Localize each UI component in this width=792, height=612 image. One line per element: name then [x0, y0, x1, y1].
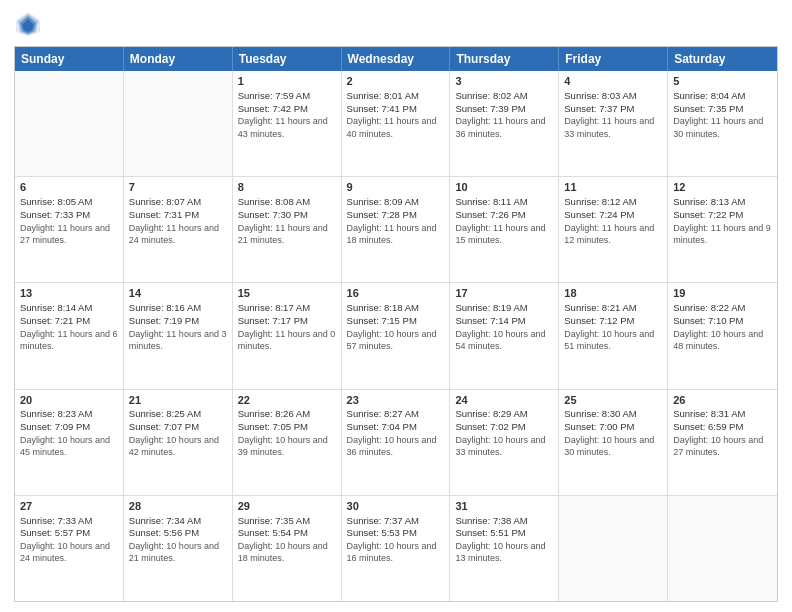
- daylight-text: Daylight: 11 hours and 24 minutes.: [129, 222, 227, 246]
- day-number: 9: [347, 180, 445, 195]
- sunset-text: Sunset: 7:17 PM: [238, 315, 336, 328]
- sunset-text: Sunset: 7:33 PM: [20, 209, 118, 222]
- day-number: 22: [238, 393, 336, 408]
- day-number: 29: [238, 499, 336, 514]
- calendar-cell: 19Sunrise: 8:22 AMSunset: 7:10 PMDayligh…: [668, 283, 777, 388]
- daylight-text: Daylight: 10 hours and 13 minutes.: [455, 540, 553, 564]
- header-day-thursday: Thursday: [450, 47, 559, 71]
- daylight-text: Daylight: 10 hours and 45 minutes.: [20, 434, 118, 458]
- day-number: 8: [238, 180, 336, 195]
- calendar-cell: 6Sunrise: 8:05 AMSunset: 7:33 PMDaylight…: [15, 177, 124, 282]
- sunrise-text: Sunrise: 8:11 AM: [455, 196, 553, 209]
- daylight-text: Daylight: 10 hours and 18 minutes.: [238, 540, 336, 564]
- sunset-text: Sunset: 7:10 PM: [673, 315, 772, 328]
- sunset-text: Sunset: 7:21 PM: [20, 315, 118, 328]
- sunrise-text: Sunrise: 8:09 AM: [347, 196, 445, 209]
- calendar-cell: 15Sunrise: 8:17 AMSunset: 7:17 PMDayligh…: [233, 283, 342, 388]
- sunrise-text: Sunrise: 8:16 AM: [129, 302, 227, 315]
- sunrise-text: Sunrise: 7:59 AM: [238, 90, 336, 103]
- day-number: 25: [564, 393, 662, 408]
- daylight-text: Daylight: 11 hours and 0 minutes.: [238, 328, 336, 352]
- sunrise-text: Sunrise: 8:17 AM: [238, 302, 336, 315]
- calendar-cell: 3Sunrise: 8:02 AMSunset: 7:39 PMDaylight…: [450, 71, 559, 176]
- day-number: 27: [20, 499, 118, 514]
- day-number: 11: [564, 180, 662, 195]
- sunrise-text: Sunrise: 8:03 AM: [564, 90, 662, 103]
- calendar-cell: 23Sunrise: 8:27 AMSunset: 7:04 PMDayligh…: [342, 390, 451, 495]
- sunrise-text: Sunrise: 8:30 AM: [564, 408, 662, 421]
- sunset-text: Sunset: 7:14 PM: [455, 315, 553, 328]
- calendar-cell: 10Sunrise: 8:11 AMSunset: 7:26 PMDayligh…: [450, 177, 559, 282]
- sunset-text: Sunset: 7:12 PM: [564, 315, 662, 328]
- calendar-cell: 18Sunrise: 8:21 AMSunset: 7:12 PMDayligh…: [559, 283, 668, 388]
- sunrise-text: Sunrise: 8:27 AM: [347, 408, 445, 421]
- daylight-text: Daylight: 11 hours and 30 minutes.: [673, 115, 772, 139]
- calendar-cell: 29Sunrise: 7:35 AMSunset: 5:54 PMDayligh…: [233, 496, 342, 601]
- day-number: 21: [129, 393, 227, 408]
- day-number: 13: [20, 286, 118, 301]
- day-number: 20: [20, 393, 118, 408]
- day-number: 3: [455, 74, 553, 89]
- calendar-cell: 27Sunrise: 7:33 AMSunset: 5:57 PMDayligh…: [15, 496, 124, 601]
- sunrise-text: Sunrise: 8:02 AM: [455, 90, 553, 103]
- sunrise-text: Sunrise: 8:22 AM: [673, 302, 772, 315]
- sunrise-text: Sunrise: 8:08 AM: [238, 196, 336, 209]
- daylight-text: Daylight: 11 hours and 15 minutes.: [455, 222, 553, 246]
- calendar-cell: 28Sunrise: 7:34 AMSunset: 5:56 PMDayligh…: [124, 496, 233, 601]
- calendar-cell: [15, 71, 124, 176]
- sunset-text: Sunset: 5:53 PM: [347, 527, 445, 540]
- sunset-text: Sunset: 7:30 PM: [238, 209, 336, 222]
- daylight-text: Daylight: 10 hours and 24 minutes.: [20, 540, 118, 564]
- daylight-text: Daylight: 10 hours and 48 minutes.: [673, 328, 772, 352]
- sunrise-text: Sunrise: 7:38 AM: [455, 515, 553, 528]
- sunrise-text: Sunrise: 8:14 AM: [20, 302, 118, 315]
- daylight-text: Daylight: 11 hours and 3 minutes.: [129, 328, 227, 352]
- sunrise-text: Sunrise: 7:34 AM: [129, 515, 227, 528]
- day-number: 6: [20, 180, 118, 195]
- sunset-text: Sunset: 5:54 PM: [238, 527, 336, 540]
- daylight-text: Daylight: 11 hours and 18 minutes.: [347, 222, 445, 246]
- sunrise-text: Sunrise: 8:05 AM: [20, 196, 118, 209]
- sunrise-text: Sunrise: 8:25 AM: [129, 408, 227, 421]
- sunrise-text: Sunrise: 8:18 AM: [347, 302, 445, 315]
- day-number: 28: [129, 499, 227, 514]
- sunset-text: Sunset: 7:24 PM: [564, 209, 662, 222]
- calendar-cell: 22Sunrise: 8:26 AMSunset: 7:05 PMDayligh…: [233, 390, 342, 495]
- sunset-text: Sunset: 7:37 PM: [564, 103, 662, 116]
- sunset-text: Sunset: 7:04 PM: [347, 421, 445, 434]
- calendar-cell: [668, 496, 777, 601]
- daylight-text: Daylight: 10 hours and 39 minutes.: [238, 434, 336, 458]
- daylight-text: Daylight: 10 hours and 21 minutes.: [129, 540, 227, 564]
- sunset-text: Sunset: 7:26 PM: [455, 209, 553, 222]
- sunrise-text: Sunrise: 8:31 AM: [673, 408, 772, 421]
- logo: [14, 10, 44, 38]
- sunset-text: Sunset: 7:31 PM: [129, 209, 227, 222]
- header-day-friday: Friday: [559, 47, 668, 71]
- sunrise-text: Sunrise: 8:07 AM: [129, 196, 227, 209]
- day-number: 4: [564, 74, 662, 89]
- logo-icon: [14, 10, 42, 38]
- daylight-text: Daylight: 11 hours and 6 minutes.: [20, 328, 118, 352]
- calendar-cell: 5Sunrise: 8:04 AMSunset: 7:35 PMDaylight…: [668, 71, 777, 176]
- day-number: 31: [455, 499, 553, 514]
- sunset-text: Sunset: 7:35 PM: [673, 103, 772, 116]
- header-day-sunday: Sunday: [15, 47, 124, 71]
- day-number: 5: [673, 74, 772, 89]
- calendar-cell: 25Sunrise: 8:30 AMSunset: 7:00 PMDayligh…: [559, 390, 668, 495]
- calendar-cell: 17Sunrise: 8:19 AMSunset: 7:14 PMDayligh…: [450, 283, 559, 388]
- calendar-cell: 4Sunrise: 8:03 AMSunset: 7:37 PMDaylight…: [559, 71, 668, 176]
- calendar-cell: 21Sunrise: 8:25 AMSunset: 7:07 PMDayligh…: [124, 390, 233, 495]
- calendar-row-3: 13Sunrise: 8:14 AMSunset: 7:21 PMDayligh…: [15, 282, 777, 388]
- day-number: 14: [129, 286, 227, 301]
- sunset-text: Sunset: 7:19 PM: [129, 315, 227, 328]
- sunset-text: Sunset: 7:07 PM: [129, 421, 227, 434]
- daylight-text: Daylight: 11 hours and 27 minutes.: [20, 222, 118, 246]
- day-number: 18: [564, 286, 662, 301]
- calendar-cell: 12Sunrise: 8:13 AMSunset: 7:22 PMDayligh…: [668, 177, 777, 282]
- daylight-text: Daylight: 10 hours and 30 minutes.: [564, 434, 662, 458]
- header-day-saturday: Saturday: [668, 47, 777, 71]
- header-day-tuesday: Tuesday: [233, 47, 342, 71]
- calendar-cell: 31Sunrise: 7:38 AMSunset: 5:51 PMDayligh…: [450, 496, 559, 601]
- day-number: 24: [455, 393, 553, 408]
- header-day-monday: Monday: [124, 47, 233, 71]
